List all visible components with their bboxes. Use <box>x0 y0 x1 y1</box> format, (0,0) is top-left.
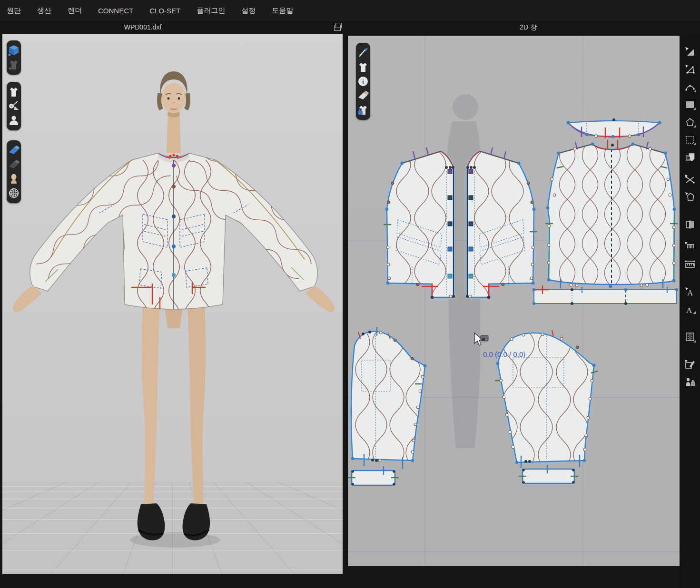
seam-allowance-icon[interactable] <box>683 150 697 165</box>
simulation-cube-icon[interactable] <box>7 43 21 58</box>
garment-white-icon[interactable] <box>7 85 21 99</box>
sewing-tools-icon[interactable] <box>7 99 21 113</box>
toolbar-2d: i <box>356 43 370 120</box>
edit-seam-icon[interactable] <box>683 357 697 372</box>
notch-icon[interactable] <box>683 239 697 254</box>
avatar-head <box>159 71 188 153</box>
app-window: 원단 생산 렌더 CONNECT CLO-SET 플러그인 설정 도움말 WPD… <box>0 0 700 588</box>
menu-render[interactable]: 렌더 <box>68 6 82 15</box>
pattern-outline-icon[interactable] <box>683 190 697 204</box>
fabric-dark-icon[interactable] <box>7 157 21 172</box>
menu-fabric[interactable]: 원단 <box>7 6 21 15</box>
svg-text:i: i <box>362 78 364 86</box>
fabric-2d-icon[interactable] <box>356 88 370 103</box>
grading-icon[interactable] <box>683 330 697 344</box>
mannequin-head-icon[interactable] <box>7 172 21 186</box>
toolbar-3d-display <box>7 140 21 203</box>
create-polygon-icon[interactable] <box>683 115 697 129</box>
transform-pattern-icon[interactable] <box>683 45 697 59</box>
menu-clo-set[interactable]: CLO-SET <box>149 7 180 15</box>
pattern-piece-front-left[interactable] <box>384 147 455 311</box>
floor-grid <box>2 435 343 574</box>
avatar-legs <box>142 304 206 505</box>
pattern-canvas: 0.0 (0.0 / 0.0) <box>348 36 680 566</box>
svg-text:A: A <box>686 306 692 315</box>
avatar-person-icon[interactable] <box>7 113 21 127</box>
pattern-piece-collar[interactable] <box>567 118 661 138</box>
lock-garment-icon[interactable] <box>356 103 370 117</box>
svg-text:A: A <box>687 288 693 297</box>
fit-avatar-icon[interactable] <box>683 375 697 389</box>
menu-bar: 원단 생산 렌더 CONNECT CLO-SET 플러그인 설정 도움말 <box>0 0 700 21</box>
trace-pattern-icon[interactable] <box>683 133 697 147</box>
pattern-piece-hem-band[interactable] <box>532 285 678 305</box>
toolbar-right: A A <box>680 34 700 588</box>
menu-plugin[interactable]: 플러그인 <box>197 6 225 15</box>
edit-pattern-icon[interactable] <box>683 62 697 77</box>
pattern-piece-sleeve-left[interactable] <box>351 327 427 469</box>
menu-production[interactable]: 생산 <box>37 6 51 15</box>
panel-title-bar: WPD001.dxf 2D 창 <box>0 21 700 34</box>
globe-icon[interactable] <box>7 186 21 200</box>
fold-arrangement-icon[interactable] <box>683 217 697 232</box>
scene-3d <box>2 34 343 574</box>
text-tool-icon[interactable]: A <box>683 284 697 299</box>
restore-window-icon[interactable] <box>334 25 341 31</box>
garment-2d-icon[interactable] <box>356 60 370 74</box>
view3d-title: WPD001.dxf <box>2 23 283 31</box>
menu-help[interactable]: 도움말 <box>272 6 293 15</box>
toolbar-3d-garment <box>7 82 21 130</box>
garment-dark-icon[interactable] <box>7 58 21 72</box>
menu-settings[interactable]: 설정 <box>241 6 256 15</box>
viewport-3d[interactable] <box>2 34 343 574</box>
menu-connect[interactable]: CONNECT <box>98 7 133 15</box>
coordinate-readout: 0.0 (0.0 / 0.0) <box>483 350 525 358</box>
cut-sew-icon[interactable] <box>683 172 697 186</box>
annotation-text-icon[interactable]: A <box>683 302 697 316</box>
pen-tool-icon[interactable] <box>356 46 370 60</box>
avatar-jacket[interactable] <box>13 143 335 326</box>
create-rectangle-icon[interactable] <box>683 98 697 112</box>
pattern-piece-front-right[interactable] <box>466 147 537 311</box>
viewport-2d[interactable]: 0.0 (0.0 / 0.0) i <box>348 36 680 566</box>
view2d-title: 2D 창 <box>362 23 695 32</box>
edit-curvature-icon[interactable] <box>683 80 697 94</box>
pattern-piece-cuff-left[interactable] <box>348 466 399 486</box>
ruler-icon[interactable] <box>683 257 697 271</box>
toolbar-3d-view <box>7 40 21 75</box>
avatar-3d[interactable] <box>13 71 335 540</box>
pattern-piece-cuff-right[interactable] <box>519 465 578 484</box>
info-circle-icon[interactable]: i <box>356 74 370 88</box>
fabric-blue-icon[interactable] <box>7 143 21 157</box>
